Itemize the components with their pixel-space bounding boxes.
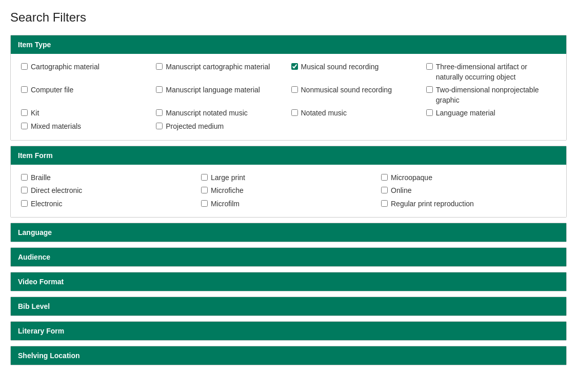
section-header-literary-form[interactable]: Literary Form: [11, 322, 566, 340]
section-item-type: Item TypeCartographic materialManuscript…: [10, 35, 567, 141]
checkbox-item-language-material: Language material: [426, 108, 556, 119]
section-header-video-format[interactable]: Video Format: [11, 272, 566, 291]
checkbox-item-cartographic-material: Cartographic material: [21, 62, 151, 82]
label-microopaque[interactable]: Microopaque: [391, 173, 432, 183]
checkbox-item-manuscript-language-material: Manuscript language material: [156, 85, 286, 105]
label-projected-medium[interactable]: Projected medium: [166, 122, 224, 132]
checkbox-item-direct-electronic: Direct electronic: [21, 186, 196, 196]
checkbox-item-computer-file: Computer file: [21, 85, 151, 105]
label-kit[interactable]: Kit: [31, 108, 39, 119]
checkbox-item-braille: Braille: [21, 173, 196, 183]
checkbox-three-dimensional-artifact[interactable]: [426, 63, 433, 70]
section-header-language[interactable]: Language: [11, 223, 566, 242]
section-bib-level: Bib Level: [10, 297, 567, 316]
section-body-item-form: BrailleLarge printMicroopaqueDirect elec…: [11, 165, 566, 218]
checkbox-item-electronic: Electronic: [21, 199, 196, 209]
section-header-shelving-location[interactable]: Shelving Location: [11, 346, 566, 365]
section-audience: Audience: [10, 247, 567, 267]
label-direct-electronic[interactable]: Direct electronic: [31, 186, 82, 196]
checkbox-cartographic-material[interactable]: [21, 63, 28, 70]
checkbox-item-projected-medium: Projected medium: [156, 122, 286, 132]
label-electronic[interactable]: Electronic: [31, 199, 62, 209]
label-manuscript-notated-music[interactable]: Manuscript notated music: [166, 108, 248, 119]
section-item-form: Item FormBrailleLarge printMicroopaqueDi…: [10, 146, 567, 218]
checkbox-item-regular-print-reproduction: Regular print reproduction: [381, 199, 556, 209]
checkbox-direct-electronic[interactable]: [21, 187, 28, 193]
checkbox-item-notated-music: Notated music: [291, 108, 421, 119]
checkbox-item-large-print: Large print: [201, 173, 376, 183]
checkbox-mixed-materials[interactable]: [21, 123, 28, 129]
section-header-bib-level[interactable]: Bib Level: [11, 297, 566, 316]
checkbox-regular-print-reproduction[interactable]: [381, 200, 388, 207]
checkbox-computer-file[interactable]: [21, 86, 28, 93]
label-manuscript-cartographic-material[interactable]: Manuscript cartographic material: [166, 62, 270, 72]
checkbox-large-print[interactable]: [201, 174, 208, 181]
label-manuscript-language-material[interactable]: Manuscript language material: [166, 85, 260, 95]
filters-container: Item TypeCartographic materialManuscript…: [10, 35, 567, 365]
checkbox-musical-sound-recording[interactable]: [291, 63, 298, 70]
label-cartographic-material[interactable]: Cartographic material: [31, 62, 100, 72]
section-header-audience[interactable]: Audience: [11, 248, 566, 266]
checkbox-language-material[interactable]: [426, 109, 433, 116]
checkbox-manuscript-cartographic-material[interactable]: [156, 63, 163, 70]
checkbox-microfiche[interactable]: [201, 187, 208, 193]
checkbox-item-manuscript-notated-music: Manuscript notated music: [156, 108, 286, 119]
section-literary-form: Literary Form: [10, 321, 567, 341]
checkbox-nonmusical-sound-recording[interactable]: [291, 86, 298, 93]
checkbox-microfilm[interactable]: [201, 200, 208, 207]
checkbox-item-microopaque: Microopaque: [381, 173, 556, 183]
label-regular-print-reproduction[interactable]: Regular print reproduction: [391, 199, 474, 209]
checkbox-item-online: Online: [381, 186, 556, 196]
label-nonmusical-sound-recording[interactable]: Nonmusical sound recording: [301, 85, 392, 95]
label-computer-file[interactable]: Computer file: [31, 85, 73, 95]
checkbox-manuscript-language-material[interactable]: [156, 86, 163, 93]
label-notated-music[interactable]: Notated music: [301, 108, 347, 119]
section-language: Language: [10, 223, 567, 242]
checkbox-braille[interactable]: [21, 174, 28, 181]
label-language-material[interactable]: Language material: [436, 108, 495, 119]
checkbox-kit[interactable]: [21, 109, 28, 116]
checkbox-electronic[interactable]: [21, 200, 28, 207]
label-two-dimensional-nonprojectable[interactable]: Two-dimensional nonprojectable graphic: [436, 85, 556, 105]
label-mixed-materials[interactable]: Mixed materials: [31, 122, 81, 132]
checkbox-item-three-dimensional-artifact: Three-dimensional artifact or naturally …: [426, 62, 556, 82]
checkbox-online[interactable]: [381, 187, 388, 193]
section-body-item-type: Cartographic materialManuscript cartogra…: [11, 54, 566, 140]
label-microfilm[interactable]: Microfilm: [211, 199, 240, 209]
checkbox-item-kit: Kit: [21, 108, 151, 119]
section-video-format: Video Format: [10, 272, 567, 291]
section-shelving-location: Shelving Location: [10, 346, 567, 365]
page-title: Search Filters: [10, 10, 567, 25]
section-header-item-type[interactable]: Item Type: [11, 35, 566, 54]
label-microfiche[interactable]: Microfiche: [211, 186, 244, 196]
checkbox-item-two-dimensional-nonprojectable: Two-dimensional nonprojectable graphic: [426, 85, 556, 105]
checkbox-two-dimensional-nonprojectable[interactable]: [426, 86, 433, 93]
label-musical-sound-recording[interactable]: Musical sound recording: [301, 62, 379, 72]
checkbox-item-microfiche: Microfiche: [201, 186, 376, 196]
checkbox-microopaque[interactable]: [381, 174, 388, 181]
section-header-item-form[interactable]: Item Form: [11, 146, 566, 165]
checkbox-item-musical-sound-recording: Musical sound recording: [291, 62, 421, 82]
checkbox-item-manuscript-cartographic-material: Manuscript cartographic material: [156, 62, 286, 82]
label-online[interactable]: Online: [391, 186, 411, 196]
checkbox-item-nonmusical-sound-recording: Nonmusical sound recording: [291, 85, 421, 105]
checkbox-notated-music[interactable]: [291, 109, 298, 116]
label-three-dimensional-artifact[interactable]: Three-dimensional artifact or naturally …: [436, 62, 556, 82]
label-large-print[interactable]: Large print: [211, 173, 245, 183]
checkbox-item-mixed-materials: Mixed materials: [21, 122, 151, 132]
checkbox-projected-medium[interactable]: [156, 123, 163, 129]
checkbox-item-microfilm: Microfilm: [201, 199, 376, 209]
label-braille[interactable]: Braille: [31, 173, 51, 183]
checkbox-manuscript-notated-music[interactable]: [156, 109, 163, 116]
